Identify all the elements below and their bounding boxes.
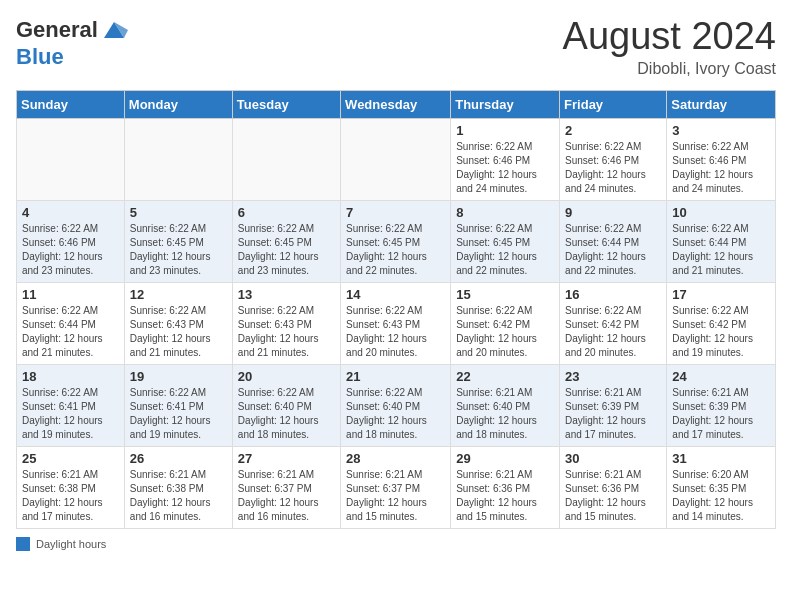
day-number: 27 <box>238 451 335 466</box>
logo-icon <box>100 16 128 44</box>
day-number: 12 <box>130 287 227 302</box>
day-info: Sunrise: 6:21 AM Sunset: 6:37 PM Dayligh… <box>346 468 445 524</box>
day-info: Sunrise: 6:22 AM Sunset: 6:43 PM Dayligh… <box>346 304 445 360</box>
day-number: 10 <box>672 205 770 220</box>
col-thursday: Thursday <box>451 90 560 118</box>
day-info: Sunrise: 6:22 AM Sunset: 6:43 PM Dayligh… <box>238 304 335 360</box>
day-info: Sunrise: 6:22 AM Sunset: 6:42 PM Dayligh… <box>672 304 770 360</box>
day-info: Sunrise: 6:22 AM Sunset: 6:46 PM Dayligh… <box>22 222 119 278</box>
calendar-table: Sunday Monday Tuesday Wednesday Thursday… <box>16 90 776 529</box>
day-number: 22 <box>456 369 554 384</box>
day-number: 4 <box>22 205 119 220</box>
table-row: 11Sunrise: 6:22 AM Sunset: 6:44 PM Dayli… <box>17 282 125 364</box>
daylight-icon <box>16 537 30 551</box>
table-row: 30Sunrise: 6:21 AM Sunset: 6:36 PM Dayli… <box>560 446 667 528</box>
day-number: 8 <box>456 205 554 220</box>
day-info: Sunrise: 6:22 AM Sunset: 6:46 PM Dayligh… <box>672 140 770 196</box>
day-info: Sunrise: 6:22 AM Sunset: 6:45 PM Dayligh… <box>456 222 554 278</box>
day-number: 1 <box>456 123 554 138</box>
day-info: Sunrise: 6:21 AM Sunset: 6:39 PM Dayligh… <box>672 386 770 442</box>
table-row: 23Sunrise: 6:21 AM Sunset: 6:39 PM Dayli… <box>560 364 667 446</box>
calendar-week-row: 1Sunrise: 6:22 AM Sunset: 6:46 PM Daylig… <box>17 118 776 200</box>
day-number: 11 <box>22 287 119 302</box>
day-number: 19 <box>130 369 227 384</box>
day-info: Sunrise: 6:21 AM Sunset: 6:40 PM Dayligh… <box>456 386 554 442</box>
table-row: 24Sunrise: 6:21 AM Sunset: 6:39 PM Dayli… <box>667 364 776 446</box>
calendar-week-row: 18Sunrise: 6:22 AM Sunset: 6:41 PM Dayli… <box>17 364 776 446</box>
day-number: 23 <box>565 369 661 384</box>
day-info: Sunrise: 6:22 AM Sunset: 6:42 PM Dayligh… <box>456 304 554 360</box>
day-info: Sunrise: 6:22 AM Sunset: 6:44 PM Dayligh… <box>565 222 661 278</box>
table-row: 14Sunrise: 6:22 AM Sunset: 6:43 PM Dayli… <box>341 282 451 364</box>
table-row: 8Sunrise: 6:22 AM Sunset: 6:45 PM Daylig… <box>451 200 560 282</box>
daylight-label: Daylight hours <box>36 538 106 550</box>
table-row: 12Sunrise: 6:22 AM Sunset: 6:43 PM Dayli… <box>124 282 232 364</box>
day-number: 31 <box>672 451 770 466</box>
table-row: 26Sunrise: 6:21 AM Sunset: 6:38 PM Dayli… <box>124 446 232 528</box>
day-info: Sunrise: 6:21 AM Sunset: 6:38 PM Dayligh… <box>130 468 227 524</box>
table-row: 2Sunrise: 6:22 AM Sunset: 6:46 PM Daylig… <box>560 118 667 200</box>
day-info: Sunrise: 6:22 AM Sunset: 6:46 PM Dayligh… <box>565 140 661 196</box>
day-number: 18 <box>22 369 119 384</box>
day-info: Sunrise: 6:22 AM Sunset: 6:40 PM Dayligh… <box>238 386 335 442</box>
table-row: 29Sunrise: 6:21 AM Sunset: 6:36 PM Dayli… <box>451 446 560 528</box>
day-number: 3 <box>672 123 770 138</box>
day-info: Sunrise: 6:22 AM Sunset: 6:44 PM Dayligh… <box>672 222 770 278</box>
day-number: 24 <box>672 369 770 384</box>
col-monday: Monday <box>124 90 232 118</box>
day-number: 5 <box>130 205 227 220</box>
table-row: 6Sunrise: 6:22 AM Sunset: 6:45 PM Daylig… <box>232 200 340 282</box>
day-info: Sunrise: 6:22 AM Sunset: 6:44 PM Dayligh… <box>22 304 119 360</box>
logo: General Blue <box>16 16 128 70</box>
day-info: Sunrise: 6:22 AM Sunset: 6:45 PM Dayligh… <box>238 222 335 278</box>
day-info: Sunrise: 6:20 AM Sunset: 6:35 PM Dayligh… <box>672 468 770 524</box>
day-number: 30 <box>565 451 661 466</box>
table-row: 20Sunrise: 6:22 AM Sunset: 6:40 PM Dayli… <box>232 364 340 446</box>
table-row: 15Sunrise: 6:22 AM Sunset: 6:42 PM Dayli… <box>451 282 560 364</box>
table-row <box>341 118 451 200</box>
col-friday: Friday <box>560 90 667 118</box>
day-info: Sunrise: 6:22 AM Sunset: 6:41 PM Dayligh… <box>130 386 227 442</box>
page-header: General Blue August 2024 Dibobli, Ivory … <box>16 16 776 78</box>
col-saturday: Saturday <box>667 90 776 118</box>
day-info: Sunrise: 6:22 AM Sunset: 6:41 PM Dayligh… <box>22 386 119 442</box>
table-row: 3Sunrise: 6:22 AM Sunset: 6:46 PM Daylig… <box>667 118 776 200</box>
day-info: Sunrise: 6:22 AM Sunset: 6:45 PM Dayligh… <box>346 222 445 278</box>
table-row: 16Sunrise: 6:22 AM Sunset: 6:42 PM Dayli… <box>560 282 667 364</box>
day-number: 6 <box>238 205 335 220</box>
day-number: 25 <box>22 451 119 466</box>
day-number: 9 <box>565 205 661 220</box>
logo-general-text: General <box>16 17 98 43</box>
day-info: Sunrise: 6:22 AM Sunset: 6:40 PM Dayligh… <box>346 386 445 442</box>
table-row: 13Sunrise: 6:22 AM Sunset: 6:43 PM Dayli… <box>232 282 340 364</box>
table-row: 17Sunrise: 6:22 AM Sunset: 6:42 PM Dayli… <box>667 282 776 364</box>
day-info: Sunrise: 6:21 AM Sunset: 6:36 PM Dayligh… <box>565 468 661 524</box>
day-info: Sunrise: 6:22 AM Sunset: 6:43 PM Dayligh… <box>130 304 227 360</box>
day-info: Sunrise: 6:21 AM Sunset: 6:39 PM Dayligh… <box>565 386 661 442</box>
location-subtitle: Dibobli, Ivory Coast <box>563 60 776 78</box>
day-number: 21 <box>346 369 445 384</box>
table-row <box>232 118 340 200</box>
table-row: 9Sunrise: 6:22 AM Sunset: 6:44 PM Daylig… <box>560 200 667 282</box>
logo-blue-text: Blue <box>16 44 64 70</box>
col-sunday: Sunday <box>17 90 125 118</box>
day-info: Sunrise: 6:21 AM Sunset: 6:38 PM Dayligh… <box>22 468 119 524</box>
table-row: 22Sunrise: 6:21 AM Sunset: 6:40 PM Dayli… <box>451 364 560 446</box>
table-row: 25Sunrise: 6:21 AM Sunset: 6:38 PM Dayli… <box>17 446 125 528</box>
month-year-title: August 2024 <box>563 16 776 58</box>
day-number: 26 <box>130 451 227 466</box>
day-info: Sunrise: 6:22 AM Sunset: 6:42 PM Dayligh… <box>565 304 661 360</box>
day-number: 17 <box>672 287 770 302</box>
day-info: Sunrise: 6:21 AM Sunset: 6:37 PM Dayligh… <box>238 468 335 524</box>
day-info: Sunrise: 6:22 AM Sunset: 6:46 PM Dayligh… <box>456 140 554 196</box>
day-info: Sunrise: 6:22 AM Sunset: 6:45 PM Dayligh… <box>130 222 227 278</box>
table-row: 31Sunrise: 6:20 AM Sunset: 6:35 PM Dayli… <box>667 446 776 528</box>
calendar-week-row: 4Sunrise: 6:22 AM Sunset: 6:46 PM Daylig… <box>17 200 776 282</box>
table-row: 7Sunrise: 6:22 AM Sunset: 6:45 PM Daylig… <box>341 200 451 282</box>
table-row: 28Sunrise: 6:21 AM Sunset: 6:37 PM Dayli… <box>341 446 451 528</box>
day-number: 13 <box>238 287 335 302</box>
table-row <box>124 118 232 200</box>
col-wednesday: Wednesday <box>341 90 451 118</box>
day-number: 29 <box>456 451 554 466</box>
day-number: 2 <box>565 123 661 138</box>
